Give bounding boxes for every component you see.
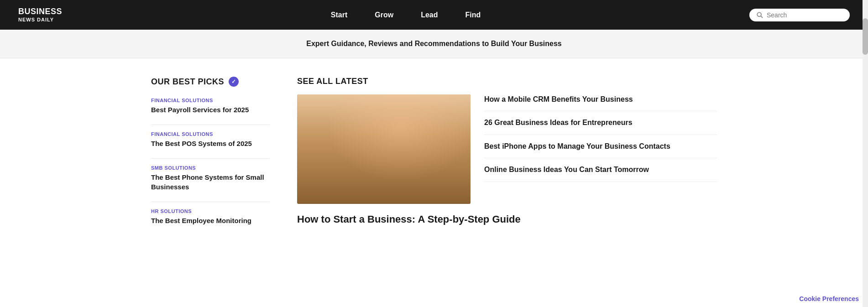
pick-divider-1 bbox=[151, 125, 270, 125]
svg-point-26 bbox=[397, 148, 424, 168]
latest-section: SEE ALL LATEST bbox=[297, 77, 717, 235]
featured-image bbox=[297, 94, 471, 204]
latest-header: SEE ALL LATEST bbox=[297, 77, 717, 86]
latest-article-item-2[interactable]: 26 Great Business Ideas for Entrepreneur… bbox=[484, 111, 717, 135]
brand-logo[interactable]: BUSINESS NEWS DAILY bbox=[18, 7, 62, 23]
latest-article-item-1[interactable]: How a Mobile CRM Benefits Your Business bbox=[484, 94, 717, 111]
svg-point-10 bbox=[418, 143, 429, 151]
featured-article-text[interactable]: How to Start a Business: A Step-by-Step … bbox=[297, 213, 717, 226]
svg-rect-17 bbox=[361, 158, 416, 190]
pick-category-1: FINANCIAL SOLUTIONS bbox=[151, 98, 270, 103]
search-icon bbox=[757, 12, 763, 18]
svg-rect-12 bbox=[324, 172, 471, 179]
nav-link-find[interactable]: Find bbox=[465, 11, 481, 19]
svg-point-11 bbox=[430, 142, 439, 150]
svg-point-23 bbox=[378, 188, 387, 195]
nav-link-grow[interactable]: Grow bbox=[375, 11, 393, 19]
pick-title-2: The Best POS Systems of 2025 bbox=[151, 139, 270, 148]
svg-rect-18 bbox=[350, 194, 423, 198]
pick-item-1[interactable]: FINANCIAL SOLUTIONS Best Payroll Service… bbox=[151, 98, 270, 114]
nav-link-lead[interactable]: Lead bbox=[421, 11, 438, 19]
brand-name-top: BUSINESS bbox=[18, 7, 62, 17]
pick-divider-3 bbox=[151, 202, 270, 202]
svg-rect-16 bbox=[360, 157, 417, 191]
svg-rect-34 bbox=[340, 190, 352, 192]
nav-link-start[interactable]: Start bbox=[331, 11, 347, 19]
latest-articles: How a Mobile CRM Benefits Your Business … bbox=[484, 94, 717, 204]
pick-category-4: HR SOLUTIONS bbox=[151, 208, 270, 214]
nav-item-start[interactable]: Start bbox=[331, 11, 347, 19]
svg-rect-8 bbox=[427, 147, 432, 156]
svg-point-19 bbox=[386, 190, 432, 204]
latest-article-item-4[interactable]: Online Business Ideas You Can Start Tomo… bbox=[484, 158, 717, 182]
best-picks-sidebar: OUR BEST PICKS FINANCIAL SOLUTIONS Best … bbox=[151, 77, 270, 235]
latest-article-title-4: Online Business Ideas You Can Start Tomo… bbox=[484, 166, 649, 173]
svg-point-30 bbox=[413, 163, 417, 167]
latest-article-title-1: How a Mobile CRM Benefits Your Business bbox=[484, 95, 633, 103]
svg-rect-3 bbox=[297, 94, 471, 204]
scrollbar-track[interactable] bbox=[863, 0, 868, 254]
woman-laptop-illustration bbox=[297, 94, 471, 204]
latest-top: How a Mobile CRM Benefits Your Business … bbox=[297, 94, 717, 204]
svg-rect-33 bbox=[340, 188, 354, 189]
nav-item-find[interactable]: Find bbox=[465, 11, 481, 19]
svg-rect-13 bbox=[324, 178, 471, 204]
pick-item-2[interactable]: FINANCIAL SOLUTIONS The Best POS Systems… bbox=[151, 131, 270, 148]
svg-point-9 bbox=[421, 138, 438, 151]
svg-rect-21 bbox=[382, 179, 401, 192]
featured-article-title: How to Start a Business: A Step-by-Step … bbox=[297, 213, 717, 226]
svg-line-1 bbox=[761, 16, 763, 18]
latest-article-title-2: 26 Great Business Ideas for Entrepreneur… bbox=[484, 119, 633, 126]
pick-title-1: Best Payroll Services for 2025 bbox=[151, 105, 270, 114]
scrollbar-thumb[interactable] bbox=[863, 18, 868, 55]
svg-point-0 bbox=[757, 12, 761, 16]
best-picks-header: OUR BEST PICKS bbox=[151, 77, 270, 87]
svg-point-24 bbox=[419, 189, 429, 196]
svg-rect-22 bbox=[406, 186, 427, 195]
nav-links: Start Grow Lead Find bbox=[331, 11, 481, 19]
svg-rect-31 bbox=[443, 183, 456, 199]
pick-divider-2 bbox=[151, 158, 270, 159]
best-picks-title: OUR BEST PICKS bbox=[151, 77, 224, 87]
navbar: BUSINESS NEWS DAILY Start Grow Lead Find bbox=[0, 0, 868, 30]
svg-rect-5 bbox=[397, 108, 443, 154]
search-box[interactable] bbox=[749, 9, 850, 21]
nav-item-lead[interactable]: Lead bbox=[421, 11, 438, 19]
svg-rect-28 bbox=[420, 157, 424, 176]
verified-badge-icon bbox=[229, 77, 239, 87]
svg-point-29 bbox=[404, 163, 408, 167]
svg-rect-32 bbox=[442, 182, 457, 185]
svg-rect-27 bbox=[397, 158, 400, 179]
pick-item-4[interactable]: HR SOLUTIONS The Best Employee Monitorin… bbox=[151, 208, 270, 225]
svg-rect-2 bbox=[297, 94, 471, 204]
latest-article-title-3: Best iPhone Apps to Manage Your Business… bbox=[484, 142, 670, 150]
pick-title-4: The Best Employee Monitoring bbox=[151, 216, 270, 225]
latest-article-item-3[interactable]: Best iPhone Apps to Manage Your Business… bbox=[484, 135, 717, 158]
search-input[interactable] bbox=[767, 11, 842, 19]
svg-rect-15 bbox=[359, 156, 418, 193]
pick-title-3: The Best Phone Systems for Small Busines… bbox=[151, 172, 270, 192]
pick-category-2: FINANCIAL SOLUTIONS bbox=[151, 131, 270, 137]
featured-image-wrap[interactable] bbox=[297, 94, 471, 204]
tagline-banner: Expert Guidance, Reviews and Recommendat… bbox=[0, 30, 868, 58]
svg-rect-14 bbox=[356, 154, 420, 195]
tagline-text: Expert Guidance, Reviews and Recommendat… bbox=[18, 40, 850, 48]
nav-item-grow[interactable]: Grow bbox=[375, 11, 393, 19]
svg-point-25 bbox=[397, 151, 423, 179]
main-content: OUR BEST PICKS FINANCIAL SOLUTIONS Best … bbox=[115, 58, 753, 254]
svg-rect-4 bbox=[320, 104, 448, 177]
pick-category-3: SMB SOLUTIONS bbox=[151, 165, 270, 171]
svg-rect-20 bbox=[395, 174, 423, 204]
brand-name-bottom: NEWS DAILY bbox=[18, 17, 62, 23]
pick-item-3[interactable]: SMB SOLUTIONS The Best Phone Systems for… bbox=[151, 165, 270, 192]
